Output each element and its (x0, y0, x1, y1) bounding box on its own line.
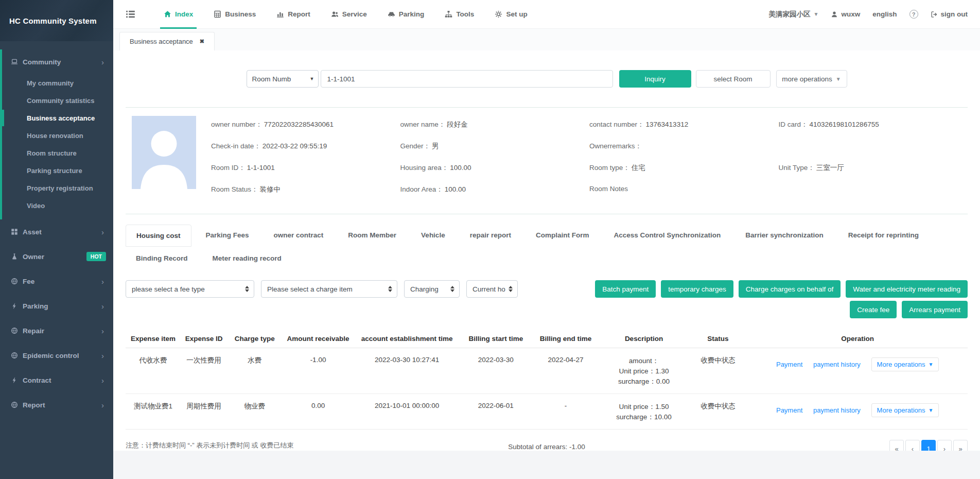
house-select[interactable]: Current house (466, 280, 518, 298)
tab-meter-reading-record[interactable]: Meter reading record (202, 248, 292, 269)
col-status: Status (688, 331, 747, 348)
sidebar-item-community[interactable]: Community › (0, 49, 113, 74)
more-operations-button[interactable]: more operations ▼ (776, 70, 847, 88)
top-menu-index[interactable]: Index (160, 0, 197, 29)
fee-tabs-row2: Binding Record Meter reading record (126, 248, 968, 269)
sidebar-item-fee[interactable]: Fee › (0, 269, 113, 294)
fee-type-select[interactable]: please select a fee type (126, 280, 254, 298)
field-room-notes: Room Notes (589, 185, 779, 194)
batch-payment-button[interactable]: Batch payment (595, 280, 656, 298)
sidebar-item-repair[interactable]: Repair › (0, 318, 113, 343)
tab-barrier-sync[interactable]: Barrier synchronization (735, 225, 834, 247)
top-menu-label: Report (288, 10, 310, 18)
top-menu-set-up[interactable]: Set up (491, 0, 531, 29)
top-menu-label: Service (342, 10, 367, 18)
cell-bill-start: 2022-03-30 (460, 348, 532, 394)
arrears-payment-button[interactable]: Arrears payment (902, 301, 968, 318)
select-room-button[interactable]: select Room (696, 70, 771, 88)
field-owner-name: owner name：段好金 (400, 120, 590, 129)
payment-history-link[interactable]: payment history (813, 406, 861, 414)
signout-button[interactable]: sign out (931, 10, 968, 18)
temporary-charges-button[interactable]: temporary charges (661, 280, 733, 298)
charge-on-behalf-button[interactable]: Charge charges on behalf of (739, 280, 841, 298)
pagination-prev[interactable]: ‹ (905, 440, 920, 451)
cell-expense-item: 测试物业费1 (126, 394, 181, 430)
field-gender: Gender：男 (400, 142, 590, 151)
tab-binding-record[interactable]: Binding Record (126, 248, 198, 269)
field-label: Room Notes (589, 185, 628, 193)
sidebar-item-community-statistics[interactable]: Community statistics (0, 92, 113, 109)
top-menu-parking[interactable]: Parking (384, 0, 428, 29)
payment-link[interactable]: Payment (776, 361, 802, 368)
field-label: Indoor Area： (400, 185, 443, 193)
username: wuxw (841, 10, 860, 18)
help-icon[interactable]: ? (909, 10, 918, 19)
select-arrows-icon (245, 286, 249, 292)
chevron-right-icon: › (101, 327, 104, 335)
fee-tabs-row1: Housing cost Parking Fees owner contract… (126, 225, 968, 247)
user-menu[interactable]: wuxw (831, 10, 860, 18)
sidebar-item-label: Repair (23, 327, 44, 335)
charge-item-value: Please select a charge item (267, 285, 353, 293)
close-icon[interactable]: ✖ (200, 38, 204, 45)
pagination-page-1[interactable]: 1 (921, 440, 936, 451)
tab-access-control-sync[interactable]: Access Control Synchronization (603, 225, 731, 247)
search-input[interactable] (321, 70, 613, 88)
sidebar-item-my-community[interactable]: My community (0, 74, 113, 92)
tab-repair-report[interactable]: repair report (460, 225, 521, 247)
payment-history-link[interactable]: payment history (813, 361, 861, 368)
sidebar-item-parking[interactable]: Parking › (0, 294, 113, 318)
select-arrows-icon (388, 286, 392, 292)
sidebar-item-owner[interactable]: Owner HOT (0, 244, 113, 269)
field-label: ID card： (779, 121, 808, 128)
top-menu-service[interactable]: Service (327, 0, 371, 29)
tab-housing-cost[interactable]: Housing cost (126, 225, 191, 247)
meter-reading-button[interactable]: Water and electricity meter reading (846, 280, 968, 298)
sidebar-item-asset[interactable]: Asset › (0, 219, 113, 244)
top-menu-label: Business (225, 10, 256, 18)
menu-toggle-button[interactable] (126, 9, 135, 19)
pagination-next[interactable]: › (937, 440, 952, 451)
community-switcher[interactable]: 美满家园小区 ▼ (769, 10, 819, 19)
sidebar-nav: Community › My community Community stati… (0, 41, 113, 417)
tab-owner-contract[interactable]: owner contract (264, 225, 334, 247)
charge-item-select[interactable]: Please select a charge item (261, 280, 397, 298)
sidebar-item-report[interactable]: Report › (0, 392, 113, 417)
charging-select[interactable]: Charging (404, 280, 460, 298)
payment-link[interactable]: Payment (776, 406, 802, 414)
row-more-operations-button[interactable]: More operations ▼ (871, 357, 939, 371)
sidebar-item-epidemic-control[interactable]: Epidemic control › (0, 343, 113, 368)
tab-vehicle[interactable]: Vehicle (411, 225, 456, 247)
field-label: Ownerremarks： (589, 142, 642, 150)
note-line-1: 注意：计费结束时间 “-” 表示未到计费时间 或 收费已结束 (126, 440, 293, 451)
inquiry-button[interactable]: Inquiry (619, 70, 691, 88)
row-more-operations-button[interactable]: More operations ▼ (871, 403, 939, 417)
sidebar-item-label: Contract (23, 377, 51, 384)
sidebar-item-house-renovation[interactable]: House renovation (0, 127, 113, 144)
sidebar-item-contract[interactable]: Contract › (0, 368, 113, 392)
tab-parking-fees[interactable]: Parking Fees (196, 225, 259, 247)
cell-expense-item: 代收水费 (126, 348, 181, 394)
sidebar-item-video[interactable]: Video (0, 197, 113, 214)
cell-created: 2022-03-30 10:27:41 (354, 348, 460, 394)
top-menu-report[interactable]: Report (273, 0, 314, 29)
sidebar-item-parking-structure[interactable]: Parking structure (0, 162, 113, 179)
owner-avatar (132, 116, 196, 189)
col-expense-item: Expense item (126, 331, 181, 348)
sidebar-item-business-acceptance[interactable]: Business acceptance (0, 109, 113, 127)
top-menu-tools[interactable]: Tools (441, 0, 478, 29)
pagination-last[interactable]: » (953, 440, 968, 451)
tab-room-member[interactable]: Room Member (338, 225, 407, 247)
field-value: 1-1-1001 (247, 164, 275, 172)
field-check-in-date: Check-in date：2022-03-22 09:55:19 (211, 142, 400, 151)
sidebar-item-property-registration[interactable]: Property registration (0, 179, 113, 197)
sidebar-item-room-structure[interactable]: Room structure (0, 144, 113, 162)
create-fee-button[interactable]: Create fee (850, 301, 897, 318)
page-tab-business-acceptance[interactable]: Business acceptance ✖ (119, 32, 215, 50)
tab-receipt-reprinting[interactable]: Receipt for reprinting (838, 225, 929, 247)
top-menu-business[interactable]: Business (210, 0, 259, 29)
language-switch[interactable]: english (872, 10, 897, 18)
pagination-first[interactable]: « (889, 440, 904, 451)
tab-complaint-form[interactable]: Complaint Form (526, 225, 600, 247)
search-type-select[interactable]: Room Numb ▼ (247, 70, 319, 88)
